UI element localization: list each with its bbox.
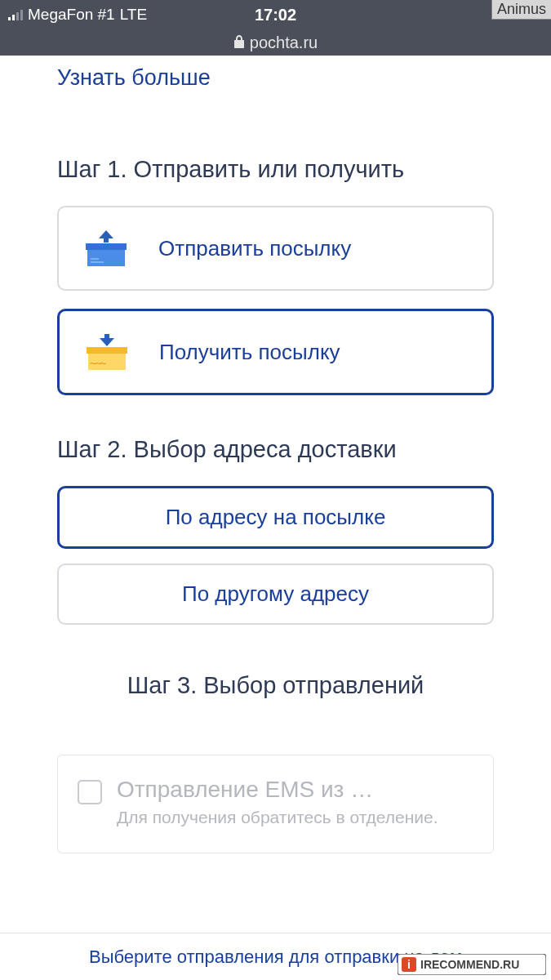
lock-icon: [233, 33, 245, 52]
shipment-card[interactable]: Отправление EMS из … Для получения обрат…: [57, 755, 494, 853]
status-left: MegaFon #1 LTE: [8, 6, 147, 24]
step3-title: Шаг 3. Выбор отправлений: [127, 672, 424, 699]
svg-text:i: i: [407, 958, 411, 971]
option-receive-label: Получить посылку: [159, 340, 340, 365]
svg-text:IRECOMMEND.RU: IRECOMMEND.RU: [420, 958, 519, 971]
send-box-icon: [83, 229, 129, 268]
status-bar: MegaFon #1 LTE 17:02: [0, 0, 551, 29]
watermark-tag: Animus: [491, 0, 551, 20]
shipment-subtitle: Для получения обратитесь в отделение.: [117, 806, 473, 828]
option-receive-parcel[interactable]: Получить посылку: [57, 309, 494, 395]
clock: 17:02: [255, 6, 296, 24]
signal-icon: [8, 9, 23, 20]
url-text: pochta.ru: [250, 33, 318, 52]
option-send-label: Отправить посылку: [158, 236, 351, 261]
browser-url-bar[interactable]: pochta.ru: [0, 29, 551, 56]
option-address-on-parcel[interactable]: По адресу на посылке: [57, 486, 494, 549]
site-watermark: i IRECOMMEND.RU: [398, 954, 546, 975]
page-content: Узнать больше Шаг 1. Отправить или получ…: [0, 56, 551, 853]
option-send-parcel[interactable]: Отправить посылку: [57, 206, 494, 291]
network-type: LTE: [120, 6, 147, 24]
receive-box-icon: [84, 332, 130, 372]
shipment-checkbox[interactable]: [78, 780, 102, 804]
option-other-address[interactable]: По другому адресу: [57, 564, 494, 625]
step2-title: Шаг 2. Выбор адреса доставки: [57, 436, 494, 463]
option-other-address-label: По другому адресу: [182, 581, 369, 607]
step1-title: Шаг 1. Отправить или получить: [57, 156, 494, 183]
shipment-title: Отправление EMS из …: [117, 777, 473, 803]
option-address-on-parcel-label: По адресу на посылке: [166, 505, 386, 530]
carrier-name: MegaFon #1: [28, 6, 115, 24]
learn-more-link[interactable]: Узнать больше: [57, 62, 494, 123]
